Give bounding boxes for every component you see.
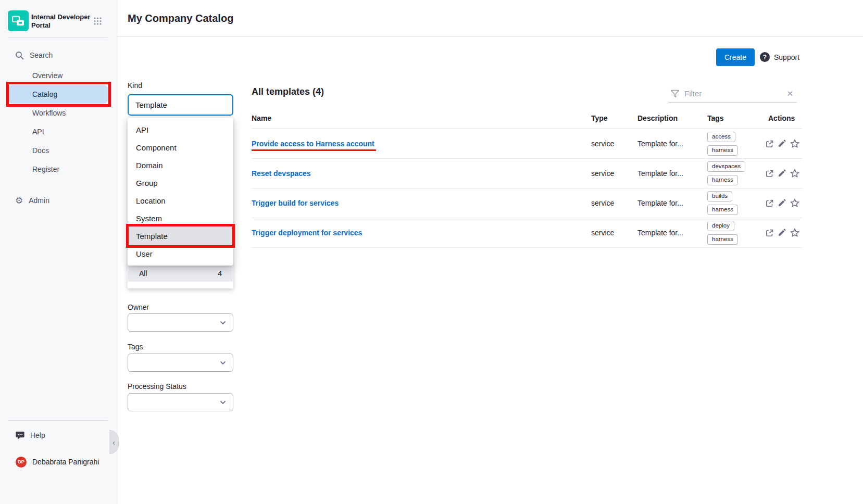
star-icon[interactable] — [790, 138, 800, 149]
help-label: Help — [30, 431, 45, 439]
kind-select-value: Template — [135, 100, 167, 109]
star-icon[interactable] — [790, 198, 800, 208]
chevron-down-icon — [220, 361, 226, 365]
row-description: Template for... — [637, 199, 707, 207]
template-name-link[interactable]: Trigger build for services — [252, 199, 339, 207]
table-heading: All templates (4) — [252, 86, 324, 97]
tag-chip: harness — [707, 234, 738, 245]
column-header-actions: Actions — [768, 114, 802, 122]
row-type: service — [591, 229, 637, 237]
support-button[interactable]: ? Support — [760, 52, 799, 62]
template-name-link[interactable]: Reset devspaces — [252, 169, 311, 178]
help-chat-icon — [16, 431, 25, 440]
template-name-link[interactable]: Provide access to Harness account — [252, 140, 374, 148]
sidebar-divider-bottom — [8, 420, 108, 421]
kind-option-api[interactable]: API — [128, 121, 233, 138]
kind-option-domain[interactable]: Domain — [128, 156, 233, 174]
template-name-link[interactable]: Trigger deployment for services — [252, 229, 362, 237]
tags-select[interactable] — [128, 354, 233, 372]
tag-chip: harness — [707, 175, 738, 185]
chevron-down-icon — [220, 400, 226, 405]
sidebar: Internal Developer Portal Search Overvie… — [0, 0, 117, 504]
kind-option-location[interactable]: Location — [128, 192, 233, 209]
row-description: Template for... — [637, 229, 707, 237]
apps-grid-icon[interactable] — [94, 17, 102, 27]
kind-option-group[interactable]: Group — [128, 174, 233, 192]
page-header: My Company Catalog — [117, 0, 863, 37]
kind-select[interactable]: Template — [128, 94, 233, 116]
row-actions — [765, 228, 802, 238]
filter-funnel-icon — [670, 90, 680, 98]
row-description: Template for... — [637, 140, 707, 148]
tag-chip: access — [707, 132, 735, 142]
open-in-new-icon[interactable] — [765, 229, 774, 237]
edit-pencil-icon[interactable] — [778, 140, 786, 148]
chevron-left-icon: ‹ — [112, 438, 115, 447]
row-actions — [765, 198, 802, 208]
sidebar-item-docs[interactable]: Docs — [8, 141, 108, 160]
portal-title: Internal Developer Portal — [31, 13, 90, 30]
kind-dropdown: API Component Domain Group Location Syst… — [128, 118, 233, 266]
open-in-new-icon[interactable] — [765, 140, 774, 148]
sidebar-item-help[interactable]: Help — [8, 428, 108, 443]
edit-pencil-icon[interactable] — [778, 229, 786, 237]
search-icon — [15, 51, 24, 60]
facet-all-count: 4 — [218, 269, 222, 278]
page-title: My Company Catalog — [128, 12, 233, 24]
kind-option-template[interactable]: Template — [128, 227, 233, 245]
kind-option-component[interactable]: Component — [128, 138, 233, 156]
star-icon[interactable] — [790, 168, 800, 179]
sidebar-item-admin[interactable]: ⚙ Admin — [8, 191, 108, 210]
kind-facet-all[interactable]: All 4 — [128, 264, 233, 282]
column-header-tags: Tags — [707, 114, 768, 122]
tag-chip: deploy — [707, 221, 734, 231]
row-actions — [765, 168, 802, 179]
sidebar-item-overview[interactable]: Overview — [8, 66, 108, 85]
question-icon: ? — [760, 52, 770, 62]
support-label: Support — [774, 53, 799, 61]
tags-label: Tags — [128, 343, 143, 351]
app-root: Internal Developer Portal Search Overvie… — [0, 0, 863, 504]
sidebar-item-catalog[interactable]: Catalog — [8, 85, 108, 104]
row-type: service — [591, 140, 637, 148]
owner-select[interactable] — [128, 313, 233, 332]
open-in-new-icon[interactable] — [765, 169, 774, 178]
edit-pencil-icon[interactable] — [778, 169, 786, 178]
user-name: Debabrata Panigrahi — [32, 458, 99, 466]
table-body: Provide access to Harness account servic… — [252, 129, 802, 248]
clear-filter-icon[interactable]: ✕ — [785, 89, 795, 98]
table-row: Provide access to Harness account servic… — [252, 129, 802, 159]
sidebar-item-search[interactable]: Search — [8, 47, 108, 64]
owner-label: Owner — [128, 303, 149, 311]
open-in-new-icon[interactable] — [765, 199, 774, 208]
processing-status-select[interactable] — [128, 393, 233, 411]
row-tags: accessharness — [707, 132, 768, 156]
sidebar-item-register[interactable]: Register — [8, 160, 108, 179]
sidebar-item-workflows[interactable]: Workflows — [8, 104, 108, 122]
filter-input[interactable] — [684, 89, 780, 98]
table-filter: ✕ — [668, 85, 797, 103]
kind-option-system[interactable]: System — [128, 209, 233, 227]
row-actions — [765, 138, 802, 149]
user-profile[interactable]: DP Debabrata Panigrahi — [8, 454, 112, 470]
row-tags: deployharness — [707, 221, 768, 245]
idp-logo-icon — [11, 14, 26, 28]
tag-chip: harness — [707, 145, 738, 156]
search-label: Search — [30, 51, 53, 59]
star-icon[interactable] — [790, 228, 800, 238]
row-tags: devspacesharness — [707, 161, 768, 185]
column-header-description: Description — [637, 114, 707, 122]
sidebar-item-api[interactable]: API — [8, 122, 108, 141]
tag-chip: builds — [707, 191, 732, 201]
sidebar-collapse-handle[interactable]: ‹ — [109, 430, 119, 454]
kind-option-user[interactable]: User — [128, 245, 233, 262]
idp-logo[interactable] — [8, 10, 29, 31]
edit-pencil-icon[interactable] — [778, 199, 786, 207]
tag-chip: devspaces — [707, 161, 745, 172]
sidebar-divider-top — [8, 37, 108, 38]
create-button[interactable]: Create — [716, 48, 755, 66]
table-row: Trigger build for services service Templ… — [252, 188, 802, 218]
column-header-name: Name — [252, 114, 591, 122]
table-row: Reset devspaces service Template for... … — [252, 159, 802, 188]
kind-label: Kind — [128, 81, 142, 90]
